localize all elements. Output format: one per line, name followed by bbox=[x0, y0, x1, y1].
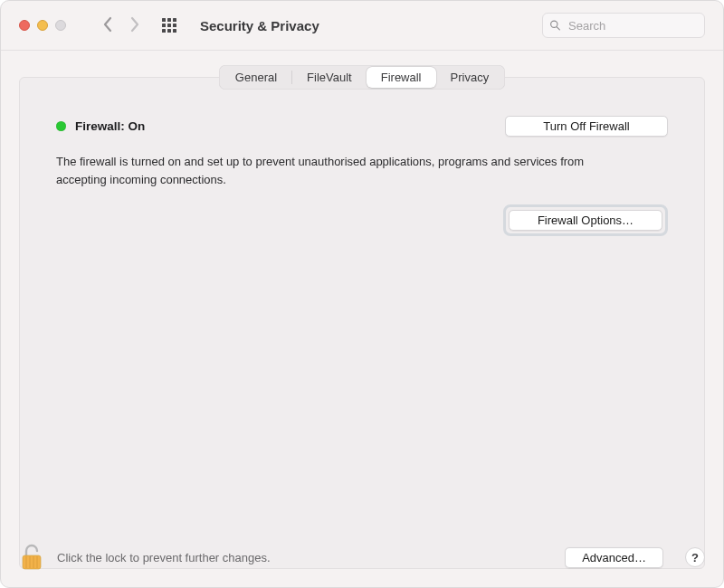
svg-point-0 bbox=[551, 21, 557, 27]
preferences-window: Security & Privacy General FileVault Fir… bbox=[0, 0, 724, 588]
status-dot-icon bbox=[56, 121, 66, 131]
window-controls bbox=[19, 20, 66, 31]
footer: Click the lock to prevent further change… bbox=[19, 544, 705, 571]
svg-line-1 bbox=[557, 27, 559, 30]
advanced-button[interactable]: Advanced… bbox=[565, 547, 663, 568]
back-button[interactable] bbox=[102, 16, 113, 35]
chevron-left-icon bbox=[102, 16, 113, 33]
chevron-right-icon bbox=[129, 16, 140, 33]
tab-privacy[interactable]: Privacy bbox=[436, 67, 504, 88]
content-wrap: Firewall: On Turn Off Firewall The firew… bbox=[1, 77, 723, 587]
nav-buttons bbox=[102, 16, 140, 35]
lock-icon[interactable] bbox=[19, 544, 44, 571]
firewall-options-row: Firewall Options… bbox=[56, 204, 668, 236]
window-title: Security & Privacy bbox=[200, 18, 319, 33]
lock-hint: Click the lock to prevent further change… bbox=[57, 551, 552, 564]
tab-filevault[interactable]: FileVault bbox=[292, 67, 367, 88]
tab-firewall[interactable]: Firewall bbox=[367, 67, 436, 88]
firewall-description: The firewall is turned on and set up to … bbox=[56, 153, 635, 188]
search-field-wrap bbox=[542, 13, 705, 38]
turn-off-firewall-button[interactable]: Turn Off Firewall bbox=[505, 116, 668, 137]
firewall-status-row: Firewall: On Turn Off Firewall bbox=[56, 116, 668, 137]
forward-button[interactable] bbox=[129, 16, 140, 35]
default-button-ring: Firewall Options… bbox=[503, 204, 668, 236]
search-icon bbox=[549, 20, 561, 32]
tabs-row: General FileVault Firewall Privacy bbox=[1, 51, 723, 90]
toolbar: Security & Privacy bbox=[1, 1, 723, 51]
firewall-status-left: Firewall: On bbox=[56, 119, 145, 133]
firewall-options-button[interactable]: Firewall Options… bbox=[509, 210, 662, 231]
minimize-button[interactable] bbox=[37, 20, 48, 31]
tab-bar: General FileVault Firewall Privacy bbox=[219, 65, 505, 90]
firewall-status-label: Firewall: On bbox=[75, 119, 145, 133]
close-button[interactable] bbox=[19, 20, 30, 31]
svg-rect-2 bbox=[23, 555, 41, 569]
show-all-icon[interactable] bbox=[162, 18, 176, 33]
zoom-button[interactable] bbox=[55, 20, 66, 31]
tab-general[interactable]: General bbox=[221, 67, 291, 88]
firewall-panel: Firewall: On Turn Off Firewall The firew… bbox=[19, 77, 705, 569]
search-input[interactable] bbox=[542, 13, 705, 38]
help-button[interactable]: ? bbox=[685, 547, 705, 567]
